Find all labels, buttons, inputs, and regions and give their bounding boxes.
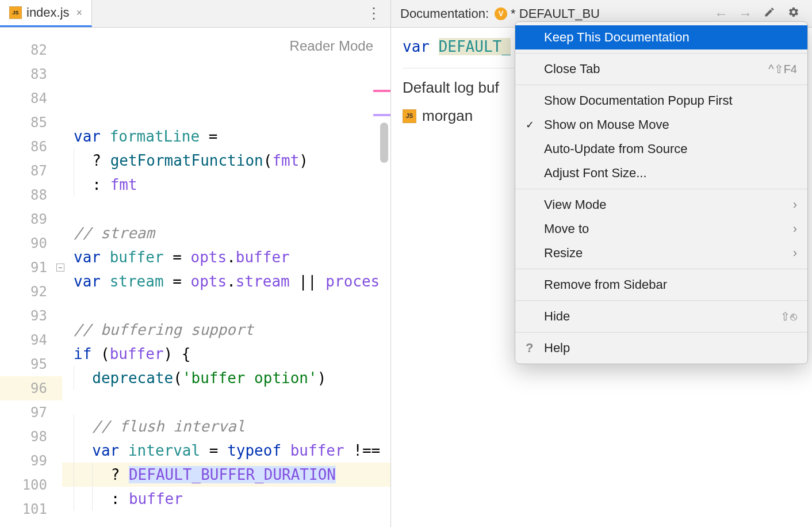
menu-item-label: Close Tab — [544, 62, 600, 77]
code-line[interactable] — [62, 511, 390, 527]
js-file-icon — [403, 109, 416, 123]
module-name: morgan — [422, 107, 473, 125]
menu-item[interactable]: ✓Show on Mouse Move — [515, 113, 807, 137]
line-number: 93 — [0, 304, 62, 328]
code-line[interactable]: // stream — [62, 221, 390, 245]
menu-item[interactable]: Close Tab^⇧F4 — [515, 57, 807, 81]
line-number: 94 — [0, 328, 62, 352]
chevron-right-icon: › — [793, 197, 797, 212]
menu-separator — [515, 300, 807, 301]
tab-filename: index.js — [26, 5, 70, 20]
code-line[interactable]: : fmt — [62, 173, 390, 197]
line-number: 99 — [0, 449, 62, 473]
code-line[interactable]: // buffering support — [62, 318, 390, 342]
line-number: 101 — [0, 497, 62, 521]
gear-icon[interactable] — [784, 6, 803, 21]
menu-item[interactable]: Adjust Font Size... — [515, 161, 807, 185]
menu-item-label: Keep This Documentation — [544, 30, 690, 45]
menu-item-label: Show Documentation Popup First — [544, 93, 733, 108]
line-number-gutter: 8283848586878889909192939495969798991001… — [0, 28, 62, 527]
code-line[interactable]: // flush interval — [62, 414, 390, 438]
close-icon[interactable]: × — [76, 7, 83, 19]
menu-shortcut: ^⇧F4 — [768, 62, 797, 76]
tab-overflow-button[interactable]: ⋮ — [356, 0, 390, 27]
line-number: 84 — [0, 86, 62, 110]
menu-separator — [515, 332, 807, 333]
code-line[interactable]: : buffer — [62, 487, 390, 511]
line-number: 97 — [0, 400, 62, 425]
check-icon: ✓ — [526, 119, 534, 131]
menu-item[interactable]: Resize› — [515, 241, 807, 265]
code-line[interactable]: var interval = typeof buffer !== — [62, 438, 390, 463]
menu-item-label: View Mode — [544, 197, 606, 212]
chevron-right-icon: › — [793, 246, 797, 261]
line-number: 85 — [0, 110, 62, 135]
code-line[interactable]: deprecate('buffer option') — [62, 366, 390, 390]
line-number: 90 — [0, 231, 62, 255]
menu-item-label: Remove from Sidebar — [544, 277, 667, 292]
line-number: 96 — [0, 376, 62, 400]
chevron-right-icon: › — [793, 222, 797, 236]
menu-item-label: Show on Mouse Move — [544, 117, 669, 132]
menu-separator — [515, 85, 807, 85]
line-number: 98 — [0, 425, 62, 449]
line-number: 88 — [0, 183, 62, 207]
editor-tab-bar: index.js × ⋮ — [0, 0, 390, 28]
marker-stripe — [373, 90, 390, 92]
menu-item-label: Hide — [544, 309, 570, 324]
line-number: 86 — [0, 135, 62, 159]
code-line[interactable] — [62, 390, 390, 414]
code-line[interactable]: ? getFormatFunction(fmt) — [62, 148, 390, 173]
code-line[interactable] — [62, 197, 390, 221]
line-number: 82 — [0, 38, 62, 62]
menu-item[interactable]: Show Documentation Popup First — [515, 89, 807, 113]
code-line[interactable]: var buffer = opts.buffer — [62, 245, 390, 269]
line-number: 91 — [0, 255, 62, 280]
menu-shortcut: ⇧⎋ — [780, 310, 797, 323]
code-editor[interactable]: Reader Mode 8283848586878889909192939495… — [0, 28, 390, 527]
menu-item[interactable]: ?Help — [515, 336, 807, 360]
code-line[interactable]: var formatLine = — [62, 124, 390, 148]
breadcrumb-text: * DEFAULT_BU — [511, 6, 600, 21]
menu-item[interactable]: View Mode› — [515, 193, 807, 217]
documentation-breadcrumb[interactable]: V * DEFAULT_BU — [495, 6, 706, 21]
code-line[interactable]: ? DEFAULT_BUFFER_DURATION — [62, 463, 390, 487]
code-line[interactable]: if (buffer) { — [62, 342, 390, 366]
code-line[interactable] — [62, 293, 390, 318]
line-number: 87 — [0, 159, 62, 183]
help-icon: ? — [526, 341, 533, 356]
edit-icon[interactable] — [760, 6, 779, 21]
menu-separator — [515, 189, 807, 189]
menu-item-label: Move to — [544, 222, 589, 236]
line-number: 95 — [0, 352, 62, 376]
menu-item[interactable]: Keep This Documentation — [515, 25, 807, 49]
menu-item[interactable]: Remove from Sidebar — [515, 273, 807, 297]
variable-badge-icon: V — [495, 7, 507, 20]
nav-back-button[interactable]: ← — [712, 6, 730, 22]
marker-stripe — [373, 114, 390, 116]
menu-item[interactable]: Hide⇧⎋ — [515, 304, 807, 329]
nav-forward-button[interactable]: → — [736, 6, 754, 22]
line-number: 100 — [0, 473, 62, 497]
menu-item-label: Adjust Font Size... — [544, 166, 647, 181]
editor-tab[interactable]: index.js × — [0, 0, 92, 27]
reader-mode-label: Reader Mode — [286, 38, 377, 54]
line-number: 83 — [0, 62, 62, 86]
documentation-context-menu[interactable]: Keep This DocumentationClose Tab^⇧F4Show… — [515, 21, 808, 364]
menu-item-label: Resize — [544, 246, 583, 261]
line-number: 89 — [0, 207, 62, 231]
menu-item-label: Auto-Update from Source — [544, 142, 687, 156]
line-number: 92 — [0, 280, 62, 304]
menu-item[interactable]: Move to› — [515, 217, 807, 241]
code-area[interactable]: var formatLine = ? getFormatFunction(fmt… — [62, 28, 390, 527]
menu-item[interactable]: Auto-Update from Source — [515, 137, 807, 161]
menu-separator — [515, 53, 807, 54]
editor-pane: index.js × ⋮ Reader Mode 828384858687888… — [0, 0, 391, 527]
documentation-title: Documentation: — [400, 6, 489, 21]
menu-separator — [515, 269, 807, 269]
code-line[interactable]: var stream = opts.stream || proces — [62, 269, 390, 293]
js-file-icon — [9, 6, 22, 19]
menu-item-label: Help — [544, 341, 570, 356]
